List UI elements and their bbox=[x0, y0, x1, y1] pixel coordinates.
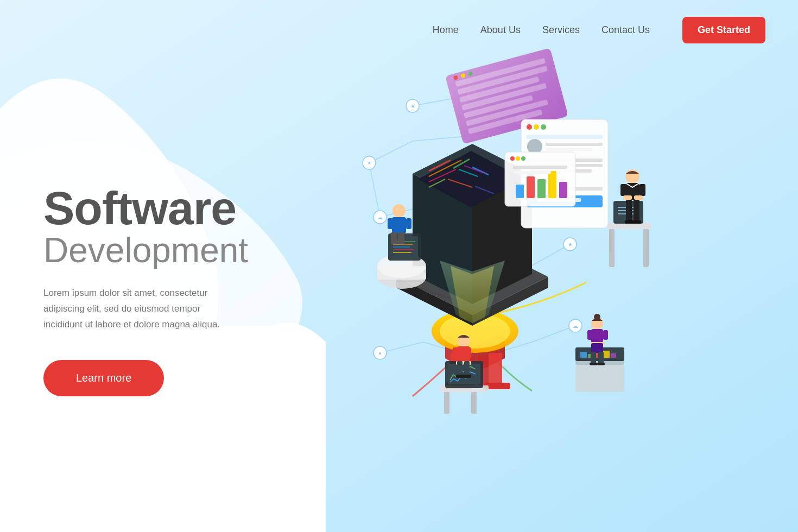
svg-rect-86 bbox=[546, 143, 603, 146]
svg-rect-141 bbox=[464, 361, 470, 376]
svg-rect-140 bbox=[457, 361, 463, 376]
svg-point-82 bbox=[534, 124, 539, 130]
svg-point-81 bbox=[527, 124, 532, 130]
svg-rect-124 bbox=[388, 218, 393, 229]
svg-rect-180 bbox=[625, 220, 634, 224]
svg-rect-176 bbox=[623, 195, 632, 200]
svg-rect-151 bbox=[603, 351, 610, 358]
svg-rect-87 bbox=[546, 148, 592, 151]
svg-rect-174 bbox=[620, 184, 626, 196]
navigation: Home About Us Services Contact Us Get St… bbox=[433, 17, 765, 43]
svg-text:✦: ✦ bbox=[367, 160, 371, 166]
svg-rect-160 bbox=[591, 352, 596, 364]
nav-services[interactable]: Services bbox=[542, 24, 580, 36]
svg-rect-162 bbox=[590, 363, 597, 365]
svg-text:★: ★ bbox=[568, 242, 573, 248]
svg-rect-161 bbox=[598, 352, 604, 364]
svg-rect-179 bbox=[634, 200, 639, 221]
svg-rect-123 bbox=[392, 217, 406, 233]
svg-rect-157 bbox=[603, 330, 608, 340]
nav-about[interactable]: About Us bbox=[480, 24, 521, 36]
svg-rect-108 bbox=[513, 166, 567, 169]
svg-point-101 bbox=[516, 156, 520, 161]
header: Home About Us Services Contact Us Get St… bbox=[0, 0, 798, 60]
learn-more-button[interactable]: Learn more bbox=[43, 360, 164, 396]
hero-title-line1: Software bbox=[43, 185, 248, 231]
svg-point-100 bbox=[510, 156, 515, 161]
svg-text:☁: ☁ bbox=[377, 214, 383, 220]
svg-rect-148 bbox=[580, 352, 587, 358]
svg-rect-163 bbox=[597, 363, 605, 365]
svg-point-83 bbox=[541, 124, 546, 130]
svg-text:★: ★ bbox=[410, 103, 415, 109]
svg-rect-47 bbox=[489, 353, 502, 385]
svg-rect-175 bbox=[639, 184, 645, 196]
hero-section: Software Development Lorem ipsum dolor s… bbox=[43, 185, 248, 396]
svg-rect-84 bbox=[527, 135, 603, 139]
svg-rect-130 bbox=[471, 392, 477, 414]
svg-rect-155 bbox=[591, 329, 603, 343]
svg-rect-156 bbox=[587, 330, 592, 340]
svg-rect-129 bbox=[444, 392, 449, 414]
svg-rect-159 bbox=[591, 343, 603, 353]
svg-rect-109 bbox=[513, 171, 551, 174]
svg-text:♦: ♦ bbox=[378, 350, 381, 356]
svg-rect-145 bbox=[575, 365, 624, 392]
svg-rect-142 bbox=[456, 375, 464, 378]
svg-rect-177 bbox=[634, 195, 643, 200]
svg-rect-103 bbox=[516, 185, 524, 198]
svg-point-102 bbox=[521, 156, 525, 161]
svg-rect-166 bbox=[643, 229, 649, 267]
svg-rect-165 bbox=[609, 229, 615, 267]
svg-point-154 bbox=[594, 314, 600, 320]
svg-rect-143 bbox=[463, 375, 471, 378]
svg-rect-178 bbox=[626, 200, 632, 221]
svg-rect-106 bbox=[548, 171, 556, 198]
svg-rect-152 bbox=[611, 353, 616, 358]
svg-rect-181 bbox=[632, 220, 641, 224]
svg-rect-105 bbox=[537, 179, 546, 198]
svg-rect-107 bbox=[559, 182, 567, 198]
svg-rect-127 bbox=[398, 232, 404, 244]
svg-rect-126 bbox=[391, 232, 397, 244]
hero-description: Lorem ipsum dolor sit amet, consectetur … bbox=[43, 286, 239, 333]
svg-rect-125 bbox=[406, 218, 411, 229]
nav-contact[interactable]: Contact Us bbox=[601, 24, 650, 36]
svg-rect-136 bbox=[466, 347, 471, 358]
get-started-button[interactable]: Get Started bbox=[682, 17, 765, 43]
nav-home[interactable]: Home bbox=[433, 24, 459, 36]
svg-rect-104 bbox=[527, 176, 535, 198]
svg-text:☁: ☁ bbox=[573, 323, 578, 329]
svg-point-122 bbox=[392, 204, 406, 217]
hero-title-line2: Development bbox=[43, 231, 248, 269]
svg-rect-135 bbox=[453, 347, 458, 358]
